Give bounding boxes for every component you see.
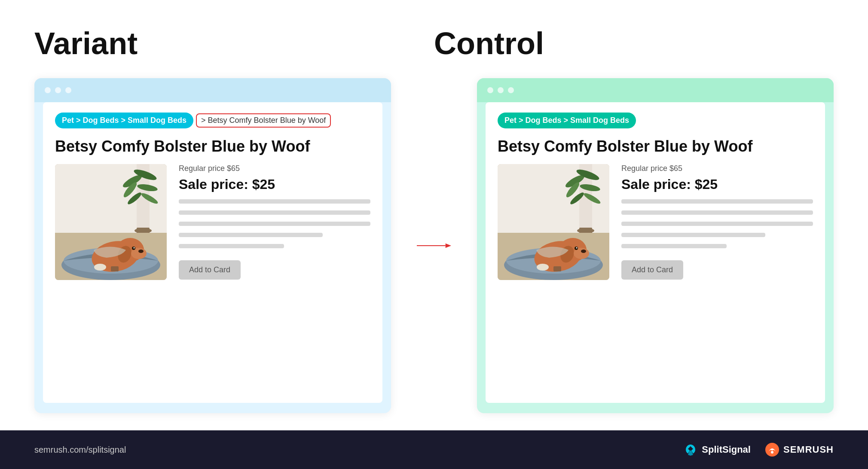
text-line-2 — [179, 210, 370, 215]
variant-breadcrumb-current-box: > Betsy Comfy Bolster Blue by Woof — [196, 113, 331, 128]
control-text-line-3 — [621, 222, 813, 226]
dot-3 — [65, 87, 71, 93]
dot-2 — [55, 87, 61, 93]
control-card: Pet > Dog Beds > Small Dog Beds Betsy Co… — [477, 78, 834, 413]
control-text-line-2 — [621, 210, 813, 215]
variant-product-image — [55, 164, 167, 280]
control-body: Pet > Dog Beds > Small Dog Beds Betsy Co… — [486, 102, 825, 403]
text-line-1 — [179, 199, 370, 204]
svg-point-43 — [581, 250, 586, 253]
splitsignal-logo: SplitSignal — [684, 443, 751, 457]
connecting-arrow-section — [417, 78, 451, 413]
control-dot-2 — [498, 87, 504, 93]
control-title: Control — [434, 26, 834, 61]
section-titles: Variant Control — [34, 26, 834, 61]
variant-titlebar — [34, 78, 391, 102]
semrush-icon — [764, 442, 780, 457]
control-text-line-5 — [621, 244, 727, 248]
svg-point-20 — [134, 247, 135, 249]
svg-rect-22 — [111, 266, 119, 271]
variant-breadcrumb-current: > Betsy Comfy Bolster Blue by Woof — [201, 116, 326, 125]
control-add-to-card-button[interactable]: Add to Card — [621, 260, 683, 280]
connecting-arrow-svg — [417, 237, 451, 254]
main-content: Variant Control Pet > Dog Beds > Small D… — [0, 0, 868, 430]
control-product-area: Regular price $65 Sale price: $25 Add to… — [498, 164, 813, 280]
variant-product-details: Regular price $65 Sale price: $25 Add to… — [179, 164, 370, 280]
svg-point-21 — [94, 264, 106, 271]
footer: semrush.com/splitsignal SplitSignal SEMR… — [0, 430, 868, 469]
text-line-4 — [179, 233, 323, 237]
svg-marker-24 — [446, 244, 451, 248]
svg-point-45 — [576, 247, 578, 249]
control-text-line-4 — [621, 233, 765, 237]
cards-row: Pet > Dog Beds > Small Dog Beds > Betsy … — [34, 78, 834, 413]
variant-body: Pet > Dog Beds > Small Dog Beds > Betsy … — [43, 102, 382, 403]
control-regular-price: Regular price $65 — [621, 164, 813, 173]
control-product-title: Betsy Comfy Bolster Blue by Woof — [498, 137, 813, 155]
control-product-image — [498, 164, 609, 280]
control-text-line-1 — [621, 199, 813, 204]
footer-logos: SplitSignal SEMRUSH — [684, 442, 834, 457]
control-sale-price: Sale price: $25 — [621, 177, 813, 192]
control-titlebar — [477, 78, 834, 102]
svg-point-49 — [771, 451, 773, 454]
control-dot-1 — [487, 87, 493, 93]
variant-product-area: Regular price $65 Sale price: $25 Add to… — [55, 164, 370, 280]
variant-product-title: Betsy Comfy Bolster Blue by Woof — [55, 137, 370, 155]
control-dot-3 — [508, 87, 514, 93]
variant-breadcrumb-row: Pet > Dog Beds > Small Dog Beds > Betsy … — [55, 113, 370, 128]
semrush-label: SEMRUSH — [783, 444, 834, 455]
text-line-5 — [179, 244, 284, 248]
footer-url: semrush.com/splitsignal — [34, 445, 126, 455]
control-breadcrumb-row: Pet > Dog Beds > Small Dog Beds — [498, 113, 813, 128]
variant-sale-price: Sale price: $25 — [179, 177, 370, 192]
svg-point-46 — [537, 264, 549, 271]
control-product-details: Regular price $65 Sale price: $25 Add to… — [621, 164, 813, 280]
variant-card: Pet > Dog Beds > Small Dog Beds > Betsy … — [34, 78, 391, 413]
splitsignal-label: SplitSignal — [702, 444, 751, 455]
variant-add-to-card-button[interactable]: Add to Card — [179, 260, 241, 280]
splitsignal-icon — [684, 443, 697, 457]
variant-title: Variant — [34, 26, 434, 61]
dot-1 — [45, 87, 51, 93]
control-breadcrumb-base: Pet > Dog Beds > Small Dog Beds — [498, 113, 636, 128]
svg-rect-47 — [553, 266, 561, 271]
svg-point-18 — [138, 250, 144, 253]
text-line-3 — [179, 222, 370, 226]
variant-regular-price: Regular price $65 — [179, 164, 370, 173]
variant-breadcrumb-base: Pet > Dog Beds > Small Dog Beds — [55, 113, 193, 128]
semrush-logo: SEMRUSH — [764, 442, 834, 457]
